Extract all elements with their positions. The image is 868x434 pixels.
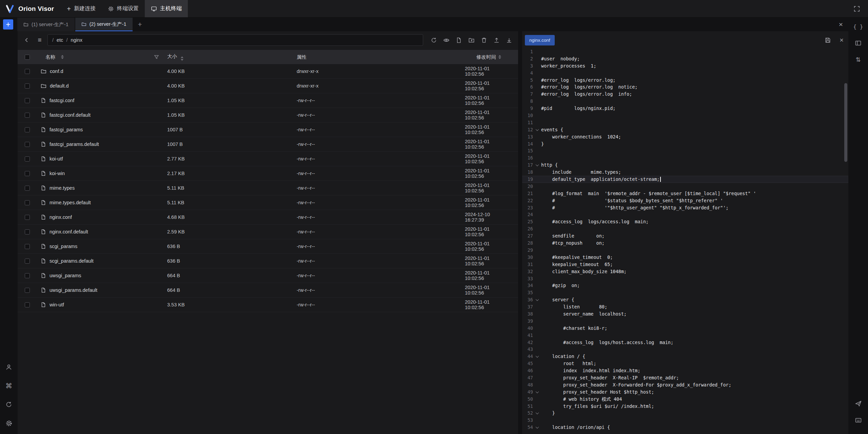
row-checkbox[interactable] [25, 273, 30, 278]
fold-gutter[interactable] [533, 320, 541, 322]
code-line[interactable]: 37 listen 80; [522, 303, 848, 310]
file-name[interactable]: fastcgi_params [50, 127, 83, 132]
code-line[interactable]: 30 #keepalive_timeout 0; [522, 254, 848, 261]
row-checkbox[interactable] [25, 259, 30, 264]
tab-server-1[interactable]: (1) server-生产-1 [17, 18, 75, 31]
sort-mtime-icon[interactable] [498, 55, 501, 59]
file-name[interactable]: koi-utf [50, 156, 63, 162]
code-line[interactable]: 7 #error_log logs/error.log info; [522, 91, 848, 98]
fold-gutter[interactable] [533, 51, 541, 53]
fold-gutter[interactable] [533, 249, 541, 251]
fold-gutter[interactable] [533, 334, 541, 337]
upload-icon[interactable] [491, 35, 501, 45]
fold-gutter[interactable] [533, 221, 541, 223]
code-line[interactable]: 36 server { [522, 296, 848, 303]
editor-close-icon[interactable]: × [838, 36, 845, 44]
fold-gutter[interactable] [533, 235, 541, 237]
fold-gutter[interactable] [533, 370, 541, 372]
download-icon[interactable] [504, 35, 514, 45]
fold-gutter[interactable] [533, 79, 541, 81]
file-table-row[interactable]: nginx.conf 4.68 KB -rw-r--r-- 2024-12-10… [18, 210, 518, 225]
file-name[interactable]: conf.d [50, 69, 63, 74]
file-table-row[interactable]: mime.types 5.11 KB -rw-r--r-- 2020-11-01… [18, 181, 518, 195]
file-name[interactable]: win-utf [50, 302, 64, 307]
file-table-row[interactable]: nginx.conf.default 2.59 KB -rw-r--r-- 20… [18, 225, 518, 239]
file-name[interactable]: koi-win [50, 171, 65, 176]
tab-server-2[interactable]: (2) server-生产-1 [75, 18, 133, 31]
fold-gutter[interactable] [533, 192, 541, 195]
add-tab-button[interactable]: + [133, 18, 147, 31]
fold-gutter[interactable] [533, 405, 541, 407]
fold-gutter[interactable] [533, 291, 541, 294]
fold-gutter[interactable] [533, 313, 541, 315]
new-connection-button[interactable]: + [3, 19, 13, 30]
user-icon[interactable] [3, 361, 15, 373]
code-line[interactable]: 49 proxy_set_header Host $http_host; [522, 389, 848, 396]
menu-terminal-settings[interactable]: 终端设置 [102, 0, 145, 17]
fold-gutter[interactable] [533, 327, 541, 329]
row-checkbox[interactable] [25, 171, 30, 176]
code-line[interactable]: 39 [522, 318, 848, 325]
code-line[interactable]: 21 #log_format main '$remote_addr - $rem… [522, 190, 848, 197]
fold-gutter[interactable] [533, 72, 541, 74]
code-line[interactable]: 5 #error_log logs/error.log; [522, 77, 848, 84]
code-line[interactable]: 38 server_name localhost; [522, 310, 848, 318]
code-line[interactable]: 41 [522, 332, 848, 339]
file-table-row[interactable]: koi-utf 2.77 KB -rw-r--r-- 2020-11-01 10… [18, 152, 518, 166]
fold-gutter[interactable] [533, 419, 541, 421]
settings-gear-icon[interactable] [3, 417, 15, 429]
code-line[interactable]: 10 [522, 112, 848, 119]
code-line[interactable]: 50 # web history 模式 404 [522, 396, 848, 403]
fold-gutter[interactable] [533, 270, 541, 273]
sync-icon[interactable] [3, 398, 15, 411]
file-name[interactable]: uwsgi_params [50, 273, 81, 278]
file-name[interactable]: nginx.conf [50, 214, 72, 220]
preview-eye-icon[interactable] [441, 35, 451, 45]
save-icon[interactable] [823, 35, 833, 45]
code-line[interactable]: 16 [522, 154, 848, 162]
transfer-updown-icon[interactable]: ⇅ [852, 54, 864, 66]
fold-gutter[interactable] [533, 398, 541, 400]
delete-trash-icon[interactable] [479, 35, 489, 45]
file-table-row[interactable]: fastcgi_params.default 1007 B -rw-r--r--… [18, 137, 518, 152]
snippets-braces-icon[interactable]: { } [852, 20, 864, 33]
code-line[interactable]: 44 location / { [522, 353, 848, 360]
back-button[interactable] [22, 35, 32, 45]
code-line[interactable]: 48 proxy_set_header X-Forwarded-For $pro… [522, 381, 848, 389]
fold-gutter[interactable] [533, 306, 541, 308]
fold-gutter[interactable] [533, 114, 541, 117]
close-icon[interactable]: × [833, 18, 848, 31]
file-name[interactable]: fastcgi.conf.default [50, 112, 91, 118]
row-checkbox[interactable] [25, 127, 30, 132]
file-name[interactable]: scgi_params [50, 244, 77, 249]
fold-gutter[interactable] [533, 171, 541, 173]
code-line[interactable]: 25 #access_log logs/access.log main; [522, 218, 848, 225]
column-mtime-label[interactable]: 修改时间 [476, 54, 496, 60]
file-name[interactable]: mime.types.default [50, 200, 91, 205]
row-checkbox[interactable] [25, 288, 30, 293]
file-name[interactable]: mime.types [50, 185, 75, 191]
row-checkbox[interactable] [25, 156, 30, 162]
code-line[interactable]: 35 [522, 289, 848, 296]
code-line[interactable]: 34 #gzip on; [522, 282, 848, 289]
code-line[interactable]: 2 #user nobody; [522, 55, 848, 62]
code-line[interactable]: 23 # '"$http_user_agent" "$http_x_forwar… [522, 204, 848, 211]
file-name[interactable]: uwsgi_params.default [50, 287, 97, 293]
column-name-label[interactable]: 名称 [45, 54, 55, 60]
row-checkbox[interactable] [25, 142, 30, 147]
code-line[interactable]: 15 [522, 147, 848, 154]
code-line[interactable]: 3 worker_processes 1; [522, 62, 848, 70]
fold-gutter[interactable] [533, 107, 541, 110]
editor-scrollbar[interactable] [844, 83, 847, 162]
code-line[interactable]: 45 root html; [522, 360, 848, 367]
menu-new-connection[interactable]: + 新建连接 [61, 0, 102, 17]
code-line[interactable]: 54 location /orion/api { [522, 424, 848, 431]
file-table-row[interactable]: win-utf 3.53 KB -rw-r--r-- 2020-11-01 10… [18, 298, 518, 312]
code-line[interactable]: 24 [522, 211, 848, 218]
select-all-checkbox[interactable] [25, 55, 30, 60]
code-line[interactable]: 28 #tcp_nopush on; [522, 240, 848, 247]
fold-gutter[interactable] [533, 384, 541, 386]
code-area[interactable]: 1 2 #user nobody; 3 worker_processes 1; … [522, 48, 848, 434]
row-checkbox[interactable] [25, 98, 30, 103]
fold-gutter[interactable] [533, 362, 541, 365]
